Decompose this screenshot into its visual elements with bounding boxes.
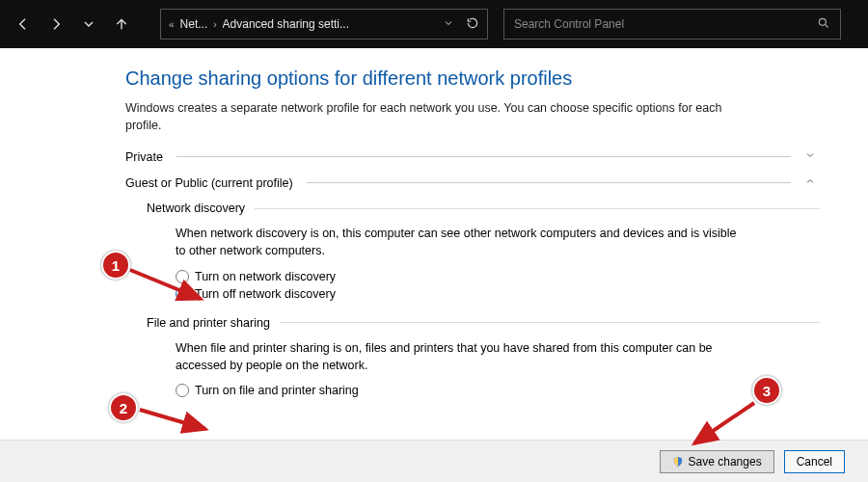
address-bar: « Net... › Advanced sharing setti... [0,0,868,48]
chevron-right-icon: › [213,19,216,30]
file-printer-desc: When file and printer sharing is on, fil… [176,339,745,374]
radio-turn-on-file-printer-sharing[interactable]: Turn on file and printer sharing [176,384,745,397]
subsection-file-printer-sharing: File and printer sharing When file and p… [147,316,820,397]
section-private[interactable]: Private [125,149,820,164]
search-icon[interactable] [817,16,830,33]
refresh-button[interactable] [466,16,479,33]
cancel-button[interactable]: Cancel [784,450,845,473]
search-input[interactable] [514,17,817,31]
network-discovery-header: Network discovery [147,201,245,215]
chevron-down-icon [800,149,820,164]
breadcrumb-parent[interactable]: Net... [180,17,208,31]
radio-label: Turn off network discovery [195,287,336,301]
radio-turn-on-network-discovery-input[interactable] [176,270,189,283]
section-private-label: Private [125,150,163,164]
radio-turn-on-file-printer-sharing-input[interactable] [176,384,189,397]
section-public-label: Guest or Public (current profile) [125,176,293,190]
radio-turn-on-network-discovery[interactable]: Turn on network discovery [176,270,745,283]
cancel-button-label: Cancel [797,455,832,469]
page-title: Change sharing options for different net… [125,67,820,90]
breadcrumb[interactable]: « Net... › Advanced sharing setti... [160,9,488,40]
chevron-up-icon [800,175,820,190]
page-description: Windows creates a separate network profi… [125,99,743,134]
history-chevrons-icon[interactable]: « [169,19,175,30]
radio-label: Turn on network discovery [195,270,336,283]
up-button[interactable] [108,11,135,38]
shield-icon [672,456,684,468]
radio-turn-off-network-discovery[interactable]: Turn off network discovery [176,287,745,301]
network-discovery-desc: When network discovery is on, this compu… [176,225,745,259]
forward-button[interactable] [42,11,69,38]
footer-bar: Save changes Cancel [0,440,868,482]
file-printer-header: File and printer sharing [147,316,270,330]
content-pane: Change sharing options for different net… [0,48,868,443]
svg-point-0 [819,18,826,25]
recent-dropdown-button[interactable] [75,11,102,38]
search-box[interactable] [503,9,841,40]
subsection-network-discovery: Network discovery When network discovery… [147,201,820,300]
save-button-label: Save changes [689,455,762,469]
breadcrumb-current[interactable]: Advanced sharing setti... [223,17,349,31]
section-public[interactable]: Guest or Public (current profile) [125,175,820,190]
back-button[interactable] [10,11,37,38]
breadcrumb-dropdown-button[interactable] [443,17,454,32]
radio-turn-off-network-discovery-input[interactable] [176,287,189,301]
save-changes-button[interactable]: Save changes [660,450,774,473]
radio-label: Turn on file and printer sharing [195,384,359,397]
